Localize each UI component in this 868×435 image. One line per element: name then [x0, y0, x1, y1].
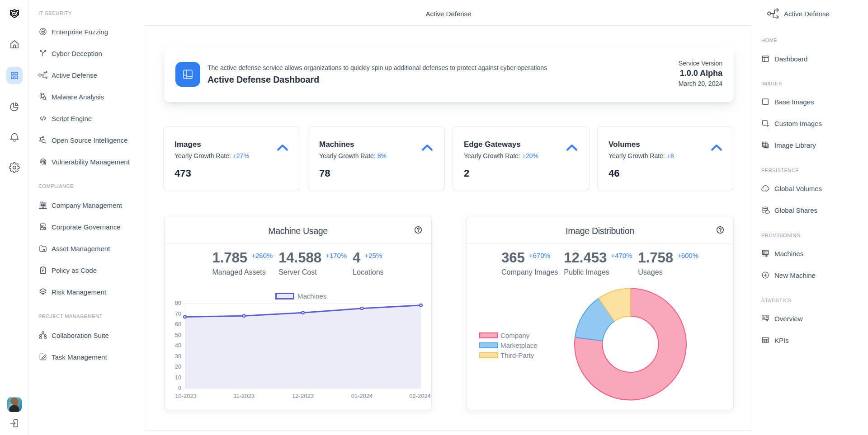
svg-text:50: 50	[175, 332, 181, 338]
svg-text:80: 80	[175, 300, 181, 306]
svg-text:12-2023: 12-2023	[292, 393, 314, 399]
svg-text:11-2023: 11-2023	[233, 393, 255, 399]
svg-text:02-2024: 02-2024	[409, 393, 431, 399]
svg-text:10-2023: 10-2023	[175, 393, 197, 399]
svg-text:Marketplace: Marketplace	[500, 341, 538, 349]
svg-text:01-2024: 01-2024	[351, 393, 373, 399]
svg-text:20: 20	[175, 364, 181, 370]
svg-text:40: 40	[175, 342, 181, 349]
svg-text:Third-Party: Third-Party	[500, 351, 534, 359]
svg-text:30: 30	[175, 353, 181, 360]
svg-text:Company: Company	[500, 332, 530, 339]
svg-text:10: 10	[175, 374, 181, 381]
svg-text:0: 0	[178, 385, 181, 391]
svg-text:70: 70	[175, 311, 181, 317]
svg-text:Machines: Machines	[297, 292, 326, 300]
svg-text:60: 60	[175, 321, 181, 327]
